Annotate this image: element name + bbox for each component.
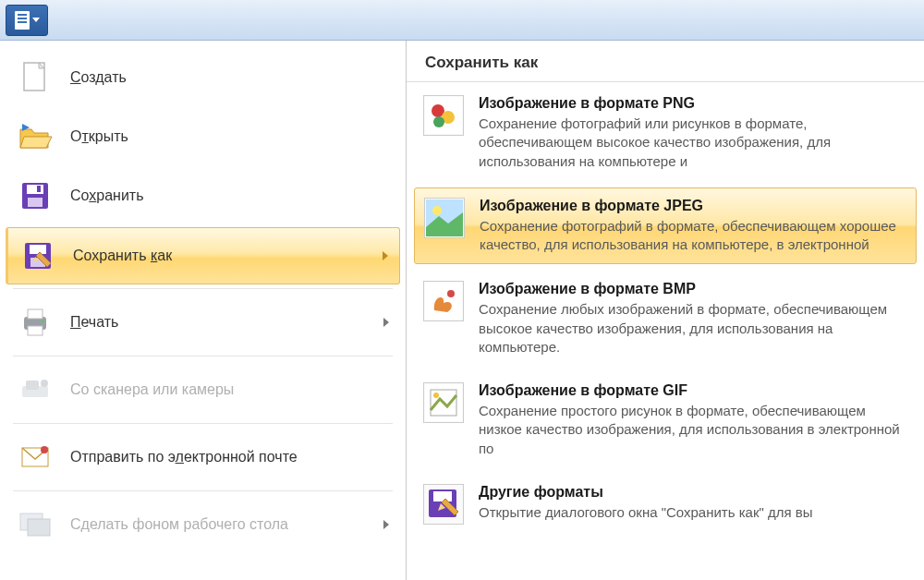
option-title: Изображение в формате PNG — [479, 95, 907, 112]
menu-item-print[interactable]: Печать — [0, 293, 406, 352]
saveas-option-png[interactable]: Изображение в формате PNGСохранение фото… — [407, 82, 924, 184]
menu-item-open[interactable]: Открыть — [0, 107, 406, 166]
saveas-icon — [19, 237, 56, 274]
option-title: Изображение в формате JPEG — [480, 198, 906, 214]
svg-rect-31 — [433, 491, 452, 501]
option-description: Сохранение фотографий или рисунков в фор… — [479, 115, 907, 171]
open-icon — [17, 118, 54, 155]
menu-item-label: Печать — [70, 314, 118, 331]
menu-item-label: Сделать фоном рабочего стола — [70, 516, 288, 533]
chevron-down-icon — [32, 18, 40, 22]
menu-item-wallpaper: Сделать фоном рабочего стола — [0, 495, 406, 554]
option-title: Изображение в формате BMP — [479, 281, 907, 297]
svg-point-26 — [447, 290, 455, 297]
chevron-right-icon — [383, 251, 388, 260]
svg-point-16 — [41, 446, 48, 453]
svg-rect-6 — [30, 245, 46, 254]
option-title: Другие форматы — [479, 484, 813, 501]
other-format-icon — [423, 484, 464, 525]
svg-point-24 — [432, 206, 442, 215]
chevron-right-icon — [383, 520, 389, 529]
menu-item-saveas[interactable]: Сохранить как — [6, 227, 400, 284]
svg-rect-2 — [27, 185, 43, 194]
svg-rect-13 — [26, 381, 39, 390]
file-menu: СоздатьОткрытьСохранитьСохранить какПеча… — [0, 41, 407, 580]
svg-rect-18 — [28, 519, 50, 536]
save-icon — [17, 177, 54, 214]
option-description: Открытие диалогового окна "Сохранить как… — [479, 503, 813, 522]
jpeg-format-icon — [424, 198, 465, 238]
menu-item-label: Сохранить — [70, 187, 144, 204]
menu-item-label: Отправить по электронной почте — [70, 449, 298, 465]
separator — [13, 288, 393, 289]
svg-rect-10 — [28, 326, 43, 335]
svg-rect-4 — [37, 186, 41, 192]
menu-item-new[interactable]: Создать — [0, 48, 406, 107]
separator — [13, 490, 393, 491]
menu-item-label: Сохранить как — [73, 248, 172, 264]
menu-item-scanner: Со сканера или камеры — [0, 360, 406, 419]
app-menu-button[interactable] — [6, 5, 48, 36]
option-description: Сохранение фотографий в формате, обеспеч… — [480, 217, 906, 255]
svg-point-29 — [433, 393, 439, 398]
document-icon — [15, 11, 30, 30]
saveas-option-gif[interactable]: Изображение в формате GIFСохранение прос… — [407, 369, 924, 471]
svg-rect-3 — [28, 198, 43, 207]
saveas-option-other[interactable]: Другие форматыОткрытие диалогового окна … — [407, 471, 924, 538]
chevron-right-icon — [383, 318, 389, 327]
wall-icon — [17, 506, 54, 543]
separator — [13, 423, 393, 424]
option-description: Сохранение простого рисунок в формате, о… — [479, 402, 907, 458]
menu-panel: СоздатьОткрытьСохранитьСохранить какПеча… — [0, 41, 924, 580]
option-title: Изображение в формате GIF — [479, 382, 907, 399]
saveas-option-bmp[interactable]: Изображение в формате BMPСохранение любы… — [407, 268, 924, 369]
submenu-title: Сохранить как — [407, 41, 924, 82]
bmp-format-icon — [423, 281, 464, 321]
svg-rect-9 — [28, 309, 43, 319]
email-icon — [17, 439, 54, 476]
saveas-option-jpeg[interactable]: Изображение в формате JPEGСохранение фот… — [414, 187, 917, 265]
separator — [13, 356, 393, 356]
svg-point-11 — [42, 320, 44, 322]
menu-item-email[interactable]: Отправить по электронной почте — [0, 428, 406, 487]
menu-item-save[interactable]: Сохранить — [0, 166, 406, 225]
saveas-submenu: Сохранить как Изображение в формате PNGС… — [407, 41, 924, 580]
svg-point-14 — [41, 380, 48, 387]
menu-item-label: Открыть — [70, 128, 128, 145]
menu-item-label: Создать — [70, 69, 127, 86]
option-description: Сохранение любых изображений в формате, … — [479, 300, 907, 356]
new-icon — [17, 59, 54, 96]
png-format-icon — [423, 95, 464, 136]
title-bar — [0, 0, 924, 41]
gif-format-icon — [423, 382, 464, 423]
menu-item-label: Со сканера или камеры — [70, 381, 234, 398]
svg-point-22 — [433, 116, 444, 127]
print-icon — [17, 304, 54, 341]
scanner-icon — [17, 371, 54, 408]
